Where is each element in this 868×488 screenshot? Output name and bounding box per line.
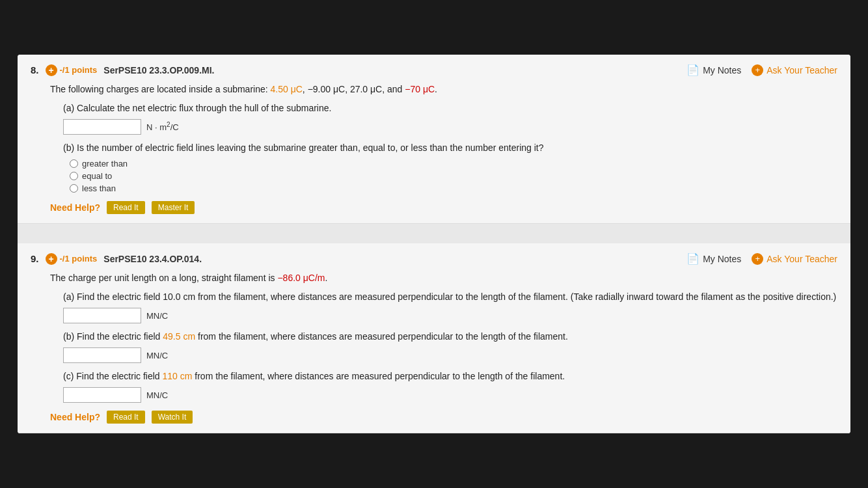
question-8-block: 8. + -/1 points SerPSE10 23.3.OP.009.MI.… [18, 55, 850, 224]
radio-less-than[interactable]: less than [70, 183, 837, 193]
question-8-id: SerPSE10 23.3.OP.009.MI. [103, 65, 214, 75]
question-8b-radio-group: greater than equal to less than [63, 159, 837, 193]
question-9a-unit: MN/C [146, 311, 168, 321]
ask-teacher-label-q9: Ask Your Teacher [766, 254, 837, 264]
my-notes-button-q8[interactable]: 📄 My Notes [686, 64, 741, 76]
read-it-button-q9[interactable]: Read It [107, 411, 145, 424]
question-8a-text: (a) Calculate the net electric flux thro… [63, 102, 837, 115]
question-9a-input-row: MN/C [63, 308, 837, 323]
question-9c-unit: MN/C [146, 390, 168, 400]
question-9-need-help-row: Need Help? Read It Watch It [50, 411, 837, 424]
question-8-need-help-label: Need Help? [50, 202, 100, 213]
notes-icon-q8: 📄 [686, 64, 699, 76]
question-9b: (b) Find the electric field 49.5 cm from… [50, 330, 837, 363]
question-8-intro: The following charges are located inside… [50, 83, 837, 96]
my-notes-label-q8: My Notes [703, 65, 741, 75]
radio-less-than-input[interactable] [70, 184, 78, 193]
question-9c: (c) Find the electric field 110 cm from … [50, 370, 837, 403]
question-8-header: 8. + -/1 points SerPSE10 23.3.OP.009.MI.… [31, 64, 837, 76]
question-8a-input-row: N · m2/C [63, 119, 837, 135]
question-9c-input[interactable] [63, 387, 141, 403]
main-screen: 8. + -/1 points SerPSE10 23.3.OP.009.MI.… [18, 55, 850, 433]
question-8-body: The following charges are located inside… [31, 83, 837, 214]
radio-less-than-label: less than [82, 183, 116, 193]
plus-icon-q9: + [46, 253, 57, 265]
question-9-header-left: 9. + -/1 points SerPSE10 23.4.OP.014. [31, 253, 202, 265]
question-9a-text: (a) Find the electric field 10.0 cm from… [63, 290, 837, 304]
question-9c-input-row: MN/C [63, 387, 837, 403]
question-9-need-help-label: Need Help? [50, 412, 100, 422]
question-8-actions: 📄 My Notes + Ask Your Teacher [686, 64, 837, 76]
question-9-block: 9. + -/1 points SerPSE10 23.4.OP.014. 📄 … [18, 243, 850, 433]
question-9-actions: 📄 My Notes + Ask Your Teacher [686, 252, 837, 265]
question-8-need-help-row: Need Help? Read It Master It [50, 201, 837, 214]
ask-teacher-button-q9[interactable]: + Ask Your Teacher [752, 253, 837, 265]
ask-teacher-label-q8: Ask Your Teacher [766, 65, 837, 75]
question-8-header-left: 8. + -/1 points SerPSE10 23.3.OP.009.MI. [31, 64, 214, 76]
distance-9b: 49.5 cm [163, 331, 195, 342]
radio-equal-to[interactable]: equal to [70, 171, 837, 181]
watch-it-button-q9[interactable]: Watch It [152, 411, 193, 424]
question-8-points-badge: + -/1 points [46, 64, 98, 76]
question-8a: (a) Calculate the net electric flux thro… [50, 102, 837, 135]
charge-4: −70 μC [405, 84, 435, 94]
question-8b: (b) Is the number of electric field line… [50, 141, 837, 193]
question-9-points: -/1 points [60, 254, 98, 264]
radio-equal-to-input[interactable] [70, 172, 78, 180]
question-9b-text: (b) Find the electric field 49.5 cm from… [63, 330, 837, 344]
notes-icon-q9: 📄 [686, 252, 699, 265]
my-notes-label-q9: My Notes [703, 254, 741, 264]
radio-greater-than[interactable]: greater than [70, 159, 837, 169]
question-8-points: -/1 points [60, 65, 98, 75]
question-9b-input-row: MN/C [63, 347, 837, 363]
charge-density: −86.0 μC/m [277, 273, 325, 283]
question-9-points-badge: + -/1 points [46, 253, 98, 265]
radio-greater-than-label: greater than [82, 159, 128, 169]
read-it-button-q8[interactable]: Read It [107, 201, 145, 214]
question-8-number: 8. [31, 64, 39, 75]
ask-teacher-button-q8[interactable]: + Ask Your Teacher [752, 64, 837, 76]
ask-teacher-icon-q8: + [752, 64, 763, 76]
my-notes-button-q9[interactable]: 📄 My Notes [686, 252, 741, 265]
charge-1: 4.50 μC [271, 84, 303, 94]
question-9-header: 9. + -/1 points SerPSE10 23.4.OP.014. 📄 … [31, 252, 837, 265]
question-9-number: 9. [31, 253, 39, 264]
question-9a: (a) Find the electric field 10.0 cm from… [50, 290, 837, 323]
question-8b-text: (b) Is the number of electric field line… [63, 141, 837, 155]
question-9c-text: (c) Find the electric field 110 cm from … [63, 370, 837, 383]
question-8a-input[interactable] [63, 119, 141, 135]
question-9a-input[interactable] [63, 308, 141, 323]
plus-icon-q8: + [46, 64, 57, 76]
ask-teacher-icon-q9: + [752, 253, 763, 265]
question-9-body: The charge per unit length on a long, st… [31, 271, 837, 424]
question-9b-unit: MN/C [146, 351, 168, 360]
master-it-button-q8[interactable]: Master It [152, 201, 195, 214]
question-8a-unit: N · m2/C [146, 121, 179, 132]
question-9b-input[interactable] [63, 347, 141, 363]
question-divider [18, 224, 850, 243]
distance-9c: 110 cm [163, 371, 193, 381]
question-9-id: SerPSE10 23.4.OP.014. [103, 254, 202, 264]
radio-equal-to-label: equal to [82, 171, 112, 181]
question-9-intro: The charge per unit length on a long, st… [50, 271, 837, 285]
radio-greater-than-input[interactable] [70, 159, 78, 168]
